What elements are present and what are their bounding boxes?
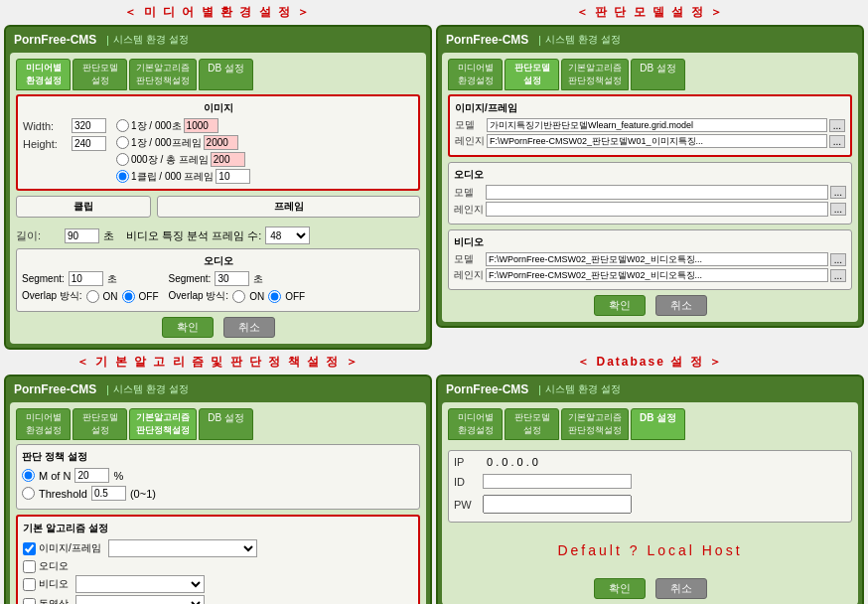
ip-label: IP	[454, 456, 479, 468]
tab-media-br[interactable]: 미디어별 환경설정	[448, 408, 503, 440]
radio-total-frame-label: 000장 / 총 프레임	[131, 153, 209, 167]
pw-label: PW	[454, 499, 479, 511]
mofn-label: M of N	[39, 470, 71, 482]
p2-range-browse[interactable]: ...	[829, 135, 845, 148]
height-input[interactable]	[72, 136, 106, 151]
tab-media-bl[interactable]: 미디어별 환경설정	[16, 408, 71, 440]
video-checkbox[interactable]	[23, 578, 36, 591]
audio-checkbox[interactable]	[23, 560, 36, 573]
tab-db-tl[interactable]: DB 설정	[199, 59, 253, 90]
animation-algo-select[interactable]	[75, 595, 205, 604]
p2-video-range-browse[interactable]: ...	[830, 269, 846, 282]
system-setting-bl: 시스템 환경 설정	[113, 382, 189, 396]
threshold-radio[interactable]	[22, 487, 35, 500]
cancel-btn-br[interactable]: 취소	[655, 578, 707, 599]
p2-video-model-input[interactable]	[486, 252, 828, 266]
tab-algorithm-tr[interactable]: 기본알고리즘 판단정책설정	[561, 59, 629, 90]
app-title-br: PornFree-CMS	[446, 382, 528, 396]
overlap1-on[interactable]	[86, 290, 99, 303]
confirm-btn-tr[interactable]: 확인	[594, 295, 646, 316]
length-input[interactable]	[65, 228, 99, 243]
id-input[interactable]	[483, 474, 632, 489]
length-unit: 초	[103, 228, 114, 243]
confirm-btn-tl[interactable]: 확인	[162, 317, 214, 338]
algorithm-title: 기본 알고리즘 설정	[23, 522, 413, 535]
p2-audio-range-browse[interactable]: ...	[830, 203, 846, 216]
overlap2-on-label: ON	[249, 291, 264, 302]
top-right-label: ＜ 판 단 모 델 설 정 ＞	[434, 2, 866, 23]
tab-db-bl[interactable]: DB 설정	[199, 408, 253, 440]
tab-model-br[interactable]: 판단모델 설정	[505, 408, 559, 440]
overlap2-off[interactable]	[268, 290, 281, 303]
tab-db-tr[interactable]: DB 설정	[631, 59, 685, 90]
p2-model-browse[interactable]: ...	[829, 119, 845, 132]
tab-model-tr[interactable]: 판단모델 설정	[505, 59, 559, 90]
radio-clip-frame-label: 1클립 / 000 프레임	[131, 170, 214, 184]
p2-video-range-input[interactable]	[486, 268, 828, 282]
default-host-text: Default ? Local Host	[448, 542, 852, 558]
radio2-input[interactable]	[204, 135, 238, 150]
seg2-unit: 초	[253, 272, 263, 286]
width-input[interactable]	[72, 118, 106, 133]
seg2-input[interactable]	[215, 271, 249, 286]
cancel-btn-tr[interactable]: 취소	[655, 295, 707, 316]
seg1-unit: 초	[107, 272, 117, 286]
policy-section: 판단 정책 설정 M of N % Threshold (0~1)	[16, 444, 420, 510]
threshold-input[interactable]	[91, 486, 126, 501]
p2-range-label: 레인지	[455, 134, 485, 148]
tab-algorithm-bl[interactable]: 기본알고리즘 판단정책설정	[129, 408, 197, 440]
radio1-input[interactable]	[184, 118, 218, 133]
tab-model-tl[interactable]: 판단모델 설정	[72, 59, 127, 90]
overlap1-off[interactable]	[122, 290, 135, 303]
img-frame-algo-label: 이미지/프레임	[39, 541, 101, 555]
bottom-right-label: ＜ Database 설 정 ＞	[434, 352, 866, 373]
tab-db-br[interactable]: DB 설정	[631, 408, 685, 440]
img-frame-algo-select[interactable]	[108, 539, 257, 557]
system-setting-br: 시스템 환경 설정	[545, 382, 621, 396]
tab-media-tl[interactable]: 미디어별 환경설정	[16, 59, 71, 90]
tab-algorithm-tl[interactable]: 기본알고리즘 판단정책설정	[129, 59, 197, 90]
cancel-btn-tl[interactable]: 취소	[223, 317, 275, 338]
p2-audio-model-input[interactable]	[486, 185, 828, 200]
video-section-title: 비디오	[454, 235, 846, 249]
radio-clip-frame[interactable]	[116, 170, 129, 183]
mofn-percent: %	[113, 470, 123, 482]
mofn-radio[interactable]	[22, 469, 35, 482]
algorithm-section: 기본 알고리즘 설정 이미지/프레임 오디오	[16, 515, 420, 604]
overlap2-on[interactable]	[232, 290, 245, 303]
frame-section: 프레임	[157, 196, 420, 218]
tab-bar-br: 미디어별 환경설정 판단모델 설정 기본알고리즘 판단정책설정 DB 설정	[448, 408, 852, 440]
p2-video-model-browse[interactable]: ...	[830, 253, 846, 266]
p2-audio-range-input[interactable]	[486, 202, 828, 217]
policy-title: 판단 정책 설정	[22, 450, 414, 464]
radio-total-frame[interactable]	[116, 153, 129, 166]
threshold-range: (0~1)	[130, 488, 156, 500]
mofn-input[interactable]	[74, 468, 109, 483]
p2-model-input[interactable]	[487, 118, 827, 132]
animation-checkbox[interactable]	[23, 598, 36, 605]
analysis-select[interactable]: 48	[265, 226, 310, 244]
seg1-input[interactable]	[69, 271, 103, 286]
img-frame-checkbox[interactable]	[23, 542, 36, 555]
tab-algorithm-br[interactable]: 기본알고리즘 판단정책설정	[561, 408, 629, 440]
tab-model-bl[interactable]: 판단모델 설정	[72, 408, 127, 440]
radio4-input[interactable]	[216, 169, 250, 184]
img-frame-section: 이미지/프레임 모델 ... 레인지 ...	[448, 94, 852, 157]
id-label: ID	[454, 476, 479, 488]
p2-range-input[interactable]	[487, 134, 827, 148]
confirm-btn-br[interactable]: 확인	[594, 578, 646, 599]
overlap1-off-label: OFF	[139, 291, 159, 302]
analysis-label: 비디오 특징 분석 프레임 수:	[126, 228, 261, 243]
radio-1-per-sec[interactable]	[116, 119, 129, 132]
p2-audio-model-browse[interactable]: ...	[830, 186, 846, 199]
pw-input[interactable]	[483, 495, 632, 514]
audio-section: 오디오 Segment: 초 Overlap 방식:	[16, 248, 420, 312]
tab-bar-tl: 미디어별 환경설정 판단모델 설정 기본알고리즘 판단정책설정 DB 설정	[16, 59, 420, 90]
seg1-label: Segment:	[22, 273, 65, 284]
video-algo-select[interactable]	[75, 575, 205, 593]
radio3-input[interactable]	[211, 152, 245, 167]
tab-media-tr[interactable]: 미디어별 환경설정	[448, 59, 503, 90]
app-title-bl: PornFree-CMS	[14, 382, 96, 396]
radio-1-per-frame[interactable]	[116, 136, 129, 149]
audio-algo-label: 오디오	[39, 559, 69, 573]
